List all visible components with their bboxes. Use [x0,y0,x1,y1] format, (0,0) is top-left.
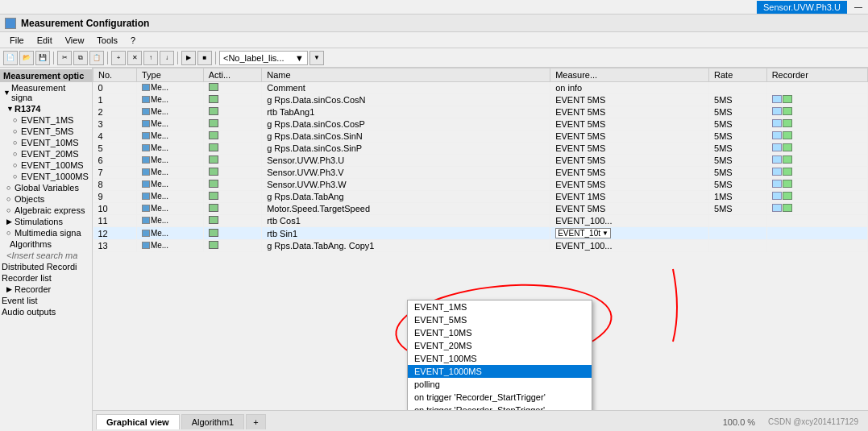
cell-rate: 5MS [709,106,767,118]
table-row[interactable]: 11Me...rtb Cos1EVENT_100... [93,215,868,227]
table-row[interactable]: 5Me...g Rps.Data.sinCos.SinPEVENT 5MS5MS [93,143,868,155]
sidebar-item-recorder[interactable]: ▶ Recorder [0,284,92,295]
cell-no: 10 [93,203,137,215]
toolbar-new[interactable]: 📄 [3,51,18,65]
dd-stop-trigger[interactable]: on trigger 'Recorder_StopTrigger' [408,404,592,410]
sidebar-item-event-1ms[interactable]: ○ EVENT_1MS [0,114,92,126]
table-row[interactable]: 10Me...Motor.Speed.TargetSpeedEVENT 5MS5… [93,203,868,215]
toolbar-paste[interactable]: 📋 [89,51,104,65]
measurement-table: No. Type Acti... Name Measure... Rate Re… [93,68,868,252]
table-row[interactable]: 4Me...g Rps.Data.sinCos.SinNEVENT 5MS5MS [93,131,868,143]
sidebar-item-multimedia[interactable]: ○ Multimedia signa [0,227,92,238]
table-row[interactable]: 2Me...rtb TabAng1EVENT 5MS5MS [93,106,868,118]
col-type[interactable]: Type [136,68,203,82]
cell-no: 12 [93,227,137,240]
toolbar-cut[interactable]: ✂ [57,51,72,65]
cell-name: g Rps.Data.sinCos.CosN [262,94,550,106]
dot-icon: ○ [6,184,15,192]
sidebar-item-event-100ms[interactable]: ○ EVENT_100MS [0,160,92,171]
status-zoom: 100.0 % [716,416,762,429]
sidebar-item-insert-search[interactable]: <Insert search ma [0,250,92,261]
dd-event-5ms[interactable]: EVENT_5MS [408,313,592,326]
dd-event-1ms[interactable]: EVENT_1MS [408,300,592,313]
table-row[interactable]: 7Me...Sensor.UVW.Ph3.VEVENT 5MS5MS [93,167,868,179]
col-recorder[interactable]: Recorder [766,68,867,82]
dd-polling[interactable]: polling [408,378,592,391]
dd-event-100ms[interactable]: EVENT_100MS [408,352,592,365]
table-row[interactable]: 0Me...Commenton info [93,82,868,94]
cell-recorder [766,240,867,252]
dd-event-20ms[interactable]: EVENT_20MS [408,339,592,352]
cell-acti [203,94,262,106]
col-acti[interactable]: Acti... [203,68,262,82]
main-content: No. Type Acti... Name Measure... Rate Re… [93,68,868,431]
table-row[interactable]: 3Me...g Rps.Data.sinCos.CosPEVENT 5MS5MS [93,118,868,131]
cell-rate: 5MS [709,118,767,131]
col-measure[interactable]: Measure... [550,68,709,82]
table-row[interactable]: 9Me...g Rps.Data.TabAngEVENT 1MS1MS [93,191,868,203]
sidebar-item-distributed[interactable]: Distributed Recordi [0,261,92,272]
label-dropdown[interactable]: <No_label_lis... ▼ [219,51,308,65]
table-row[interactable]: 12Me...rtb Sin1EVENT_10t▼ [93,227,868,240]
dd-event-10ms[interactable]: EVENT_10MS [408,326,592,339]
arrow-right-icon: ▶ [6,218,15,226]
cell-acti [203,240,262,252]
sidebar-item-audio[interactable]: Audio outputs [0,306,92,317]
cell-rate: 5MS [709,143,767,155]
dd-start-trigger[interactable]: on trigger 'Recorder_StartTrigger' [408,391,592,404]
tab-graphical-view[interactable]: Graphical view [96,414,180,429]
cell-type: Me... [136,94,203,106]
table-row[interactable]: 1Me...g Rps.Data.sinCos.CosNEVENT 5MS5MS [93,94,868,106]
toolbar-delete[interactable]: ✕ [127,51,142,65]
toolbar-measure[interactable]: ▶ [181,51,196,65]
sidebar: Measurement optic ▼ Measurement signa ▼ … [0,68,93,431]
menu-help[interactable]: ? [124,34,142,47]
sidebar-item-objects[interactable]: ○ Objects [0,193,92,205]
minimize-button[interactable]: — [850,2,866,13]
sidebar-item-recorder-list[interactable]: Recorder list [0,272,92,284]
toolbar-open[interactable]: 📂 [19,51,34,65]
toolbar-stop[interactable]: ■ [197,51,212,65]
cell-type: Me... [136,215,203,227]
toolbar-copy[interactable]: ⧉ [73,51,88,65]
cell-recorder [766,155,867,167]
sidebar-item-stimulations[interactable]: ▶ Stimulations [0,216,92,227]
cell-no: 1 [93,94,137,106]
sidebar-item-algorithms[interactable]: Algorithms [0,238,92,250]
menu-edit[interactable]: Edit [31,34,59,47]
cell-acti [203,82,262,94]
col-rate[interactable]: Rate [709,68,767,82]
toolbar-save[interactable]: 💾 [35,51,50,65]
sidebar-item-r1374[interactable]: ▼ R1374 [0,103,92,114]
sidebar-item-measurement-signa[interactable]: ▼ Measurement signa [0,82,92,103]
col-name[interactable]: Name [262,68,550,82]
col-no[interactable]: No. [93,68,137,82]
toolbar-sep3 [177,52,178,64]
menu-tools[interactable]: Tools [90,34,124,47]
measure-dropdown[interactable]: EVENT_1MS EVENT_5MS EVENT_10MS EVENT_20M… [407,300,592,410]
sidebar-item-event-5ms[interactable]: ○ EVENT_5MS [0,126,92,137]
sidebar-item-global-vars[interactable]: ○ Global Variables [0,182,92,193]
dd-event-1000ms[interactable]: EVENT_1000MS [408,365,592,378]
cell-recorder [766,131,867,143]
cell-no: 7 [93,167,137,179]
table-row[interactable]: 6Me...Sensor.UVW.Ph3.UEVENT 5MS5MS [93,155,868,167]
toolbar-filter[interactable]: ▼ [309,51,324,65]
tab-add-button[interactable]: + [246,414,265,429]
sidebar-item-event-list[interactable]: Event list [0,295,92,306]
toolbar-up[interactable]: ↑ [143,51,158,65]
table-row[interactable]: 13Me...g Rps.Data.TabAng. Copy1EVENT_100… [93,240,868,252]
menu-file[interactable]: File [3,34,31,47]
sidebar-item-event-10ms[interactable]: ○ EVENT_10MS [0,137,92,148]
sidebar-item-algebraic[interactable]: ○ Algebraic express [0,205,92,216]
toolbar-add[interactable]: + [111,51,126,65]
sidebar-header: Measurement optic [0,69,92,82]
sidebar-item-event-1000ms[interactable]: ○ EVENT_1000MS [0,171,92,182]
cell-no: 9 [93,191,137,203]
toolbar-down[interactable]: ↓ [160,51,174,65]
cell-name: Sensor.UVW.Ph3.U [262,155,550,167]
sidebar-item-event-20ms[interactable]: ○ EVENT_20MS [0,148,92,160]
tab-algorithm1[interactable]: Algorithm1 [181,414,245,429]
table-row[interactable]: 8Me...Sensor.UVW.Ph3.WEVENT 5MS5MS [93,179,868,191]
menu-view[interactable]: View [59,34,91,47]
